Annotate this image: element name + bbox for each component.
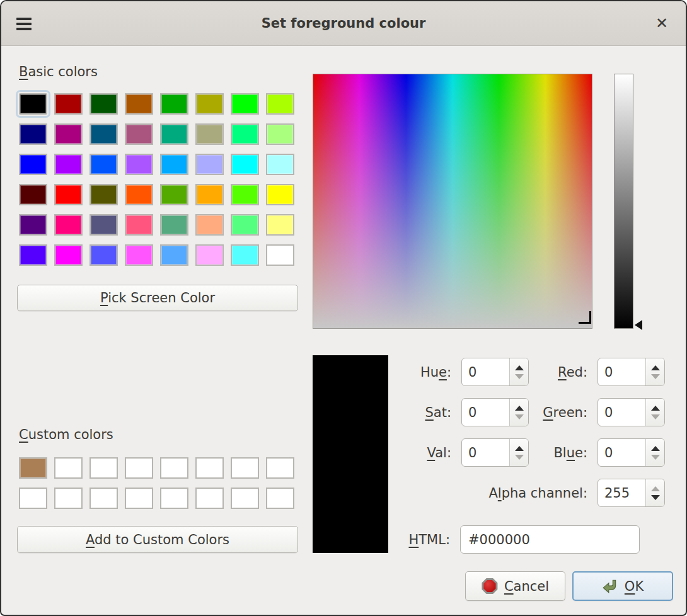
- color-swatch[interactable]: [89, 214, 118, 236]
- color-swatch[interactable]: [19, 123, 47, 145]
- alpha-label: Alpha channel:: [405, 479, 587, 508]
- custom-colors-label: Custom colors: [19, 427, 113, 442]
- color-swatch[interactable]: [89, 123, 118, 145]
- color-swatch[interactable]: [195, 184, 224, 205]
- color-swatch[interactable]: [54, 457, 83, 479]
- color-swatch[interactable]: [125, 214, 153, 236]
- color-swatch[interactable]: [89, 184, 118, 205]
- color-swatch[interactable]: [266, 123, 294, 145]
- hue-saturation-area[interactable]: [313, 74, 592, 329]
- color-swatch[interactable]: [125, 123, 153, 145]
- color-swatch[interactable]: [19, 244, 47, 266]
- color-swatch[interactable]: [195, 154, 224, 175]
- html-input[interactable]: [460, 525, 640, 554]
- color-swatch[interactable]: [19, 93, 47, 115]
- color-swatch[interactable]: [160, 244, 188, 266]
- color-swatch[interactable]: [160, 488, 188, 509]
- color-swatch[interactable]: [54, 214, 83, 236]
- color-swatch[interactable]: [231, 244, 259, 266]
- red-label: Red:: [499, 358, 587, 387]
- color-swatch[interactable]: [125, 154, 153, 175]
- color-swatch[interactable]: [125, 184, 153, 205]
- basic-colors-label: Basic colors: [19, 64, 98, 79]
- color-swatch[interactable]: [266, 488, 294, 509]
- red-spin-up-button[interactable]: [651, 365, 660, 370]
- color-swatch[interactable]: [195, 93, 224, 115]
- color-swatch[interactable]: [125, 488, 153, 509]
- cancel-button[interactable]: Cancel: [465, 571, 565, 601]
- color-swatch[interactable]: [160, 457, 188, 479]
- red-spin-down-button: [651, 374, 660, 379]
- value-slider-arrow[interactable]: [635, 320, 642, 330]
- custom-colors-grid: [19, 457, 294, 509]
- green-spin-up-button[interactable]: [651, 406, 660, 411]
- color-swatch[interactable]: [89, 457, 118, 479]
- color-swatch[interactable]: [54, 244, 83, 266]
- color-swatch[interactable]: [54, 154, 83, 175]
- color-swatch[interactable]: [266, 214, 294, 236]
- basic-colors-grid: [19, 93, 294, 266]
- color-swatch[interactable]: [89, 244, 118, 266]
- color-swatch[interactable]: [54, 488, 83, 509]
- color-swatch[interactable]: [125, 93, 153, 115]
- color-swatch[interactable]: [89, 93, 118, 115]
- color-swatch[interactable]: [125, 244, 153, 266]
- red-value[interactable]: [598, 358, 645, 385]
- color-swatch[interactable]: [231, 93, 259, 115]
- color-swatch[interactable]: [54, 184, 83, 205]
- color-swatch[interactable]: [89, 488, 118, 509]
- window-title: Set foreground colour: [1, 1, 686, 46]
- close-button[interactable]: ✕: [650, 12, 673, 35]
- value-slider[interactable]: [614, 74, 633, 329]
- alpha-spin-up-button: [651, 486, 660, 491]
- color-swatch[interactable]: [160, 184, 188, 205]
- color-swatch[interactable]: [54, 93, 83, 115]
- color-swatch[interactable]: [266, 184, 294, 205]
- color-swatch[interactable]: [19, 457, 47, 479]
- stop-icon: [482, 578, 498, 595]
- color-swatch[interactable]: [231, 457, 259, 479]
- color-swatch[interactable]: [195, 457, 224, 479]
- red-spinbox: [598, 358, 665, 386]
- color-swatch[interactable]: [54, 123, 83, 145]
- color-swatch[interactable]: [266, 93, 294, 115]
- color-swatch[interactable]: [195, 214, 224, 236]
- color-swatch[interactable]: [195, 123, 224, 145]
- color-swatch[interactable]: [231, 184, 259, 205]
- alpha-spinbox: [598, 479, 665, 507]
- alpha-value[interactable]: [598, 479, 645, 506]
- color-swatch[interactable]: [160, 214, 188, 236]
- color-swatch[interactable]: [195, 488, 224, 509]
- color-swatch[interactable]: [231, 154, 259, 175]
- color-swatch[interactable]: [231, 214, 259, 236]
- color-swatch[interactable]: [266, 154, 294, 175]
- window-menu-button[interactable]: [16, 14, 37, 34]
- color-swatch[interactable]: [125, 457, 153, 479]
- pick-screen-color-button[interactable]: Pick Screen Color: [17, 285, 298, 311]
- color-swatch[interactable]: [160, 123, 188, 145]
- color-swatch[interactable]: [195, 244, 224, 266]
- color-swatch[interactable]: [19, 214, 47, 236]
- blue-value[interactable]: [598, 439, 645, 466]
- alpha-spin-down-button[interactable]: [651, 495, 660, 500]
- blue-spinbox: [598, 438, 665, 467]
- green-value[interactable]: [598, 399, 645, 426]
- color-swatch[interactable]: [19, 184, 47, 205]
- enter-arrow-icon: [602, 578, 618, 595]
- ok-button[interactable]: OK: [572, 571, 673, 601]
- color-swatch[interactable]: [231, 488, 259, 509]
- color-swatch[interactable]: [19, 488, 47, 509]
- color-swatch[interactable]: [19, 154, 47, 175]
- color-swatch[interactable]: [266, 457, 294, 479]
- color-swatch[interactable]: [160, 154, 188, 175]
- green-spin-down-button: [651, 414, 660, 419]
- blue-spin-up-button[interactable]: [651, 446, 660, 451]
- color-swatch[interactable]: [89, 154, 118, 175]
- hamburger-icon: [16, 18, 32, 20]
- add-to-custom-colors-button[interactable]: Add to Custom Colors: [17, 526, 298, 553]
- color-swatch[interactable]: [160, 93, 188, 115]
- color-swatch[interactable]: [266, 244, 294, 266]
- blue-label: Blue:: [499, 438, 587, 467]
- color-swatch[interactable]: [231, 123, 259, 145]
- green-label: Green:: [499, 398, 587, 427]
